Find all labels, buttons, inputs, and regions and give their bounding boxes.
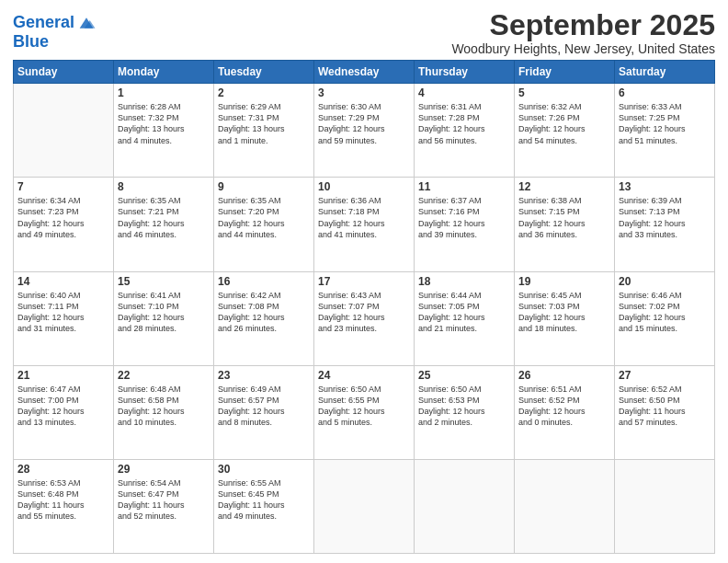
day-info: Sunrise: 6:42 AMSunset: 7:08 PMDaylight:… (218, 290, 310, 335)
day-info: Sunrise: 6:37 AMSunset: 7:16 PMDaylight:… (418, 195, 510, 240)
week-row-4: 21Sunrise: 6:47 AMSunset: 7:00 PMDayligh… (14, 365, 715, 459)
calendar-cell: 18Sunrise: 6:44 AMSunset: 7:05 PMDayligh… (415, 271, 515, 365)
calendar-cell: 13Sunrise: 6:39 AMSunset: 7:13 PMDayligh… (615, 178, 715, 271)
calendar-table: SundayMondayTuesdayWednesdayThursdayFrid… (13, 60, 715, 554)
day-info: Sunrise: 6:55 AMSunset: 6:45 PMDaylight:… (218, 477, 310, 523)
day-number: 12 (518, 180, 610, 193)
day-number: 4 (418, 86, 510, 99)
day-header-saturday: Saturday (615, 61, 715, 84)
day-number: 13 (619, 180, 711, 193)
day-header-tuesday: Tuesday (214, 61, 314, 84)
header: General Blue September 2025 Woodbury Hei… (13, 9, 715, 56)
day-info: Sunrise: 6:43 AMSunset: 7:07 PMDaylight:… (318, 290, 410, 335)
day-info: Sunrise: 6:49 AMSunset: 6:57 PMDaylight:… (218, 384, 310, 429)
header-row: SundayMondayTuesdayWednesdayThursdayFrid… (14, 61, 715, 84)
day-number: 25 (418, 369, 510, 382)
day-number: 1 (118, 86, 210, 99)
day-info: Sunrise: 6:38 AMSunset: 7:15 PMDaylight:… (518, 195, 610, 240)
day-info: Sunrise: 6:28 AMSunset: 7:32 PMDaylight:… (118, 101, 210, 146)
day-header-thursday: Thursday (415, 61, 515, 84)
calendar-cell: 24Sunrise: 6:50 AMSunset: 6:55 PMDayligh… (314, 365, 415, 459)
day-info: Sunrise: 6:35 AMSunset: 7:20 PMDaylight:… (218, 195, 310, 240)
day-number: 27 (619, 369, 711, 382)
day-info: Sunrise: 6:39 AMSunset: 7:13 PMDaylight:… (619, 195, 711, 240)
day-number: 16 (218, 275, 310, 288)
day-info: Sunrise: 6:48 AMSunset: 6:58 PMDaylight:… (118, 384, 210, 429)
day-info: Sunrise: 6:52 AMSunset: 6:50 PMDaylight:… (619, 384, 711, 429)
calendar-cell: 23Sunrise: 6:49 AMSunset: 6:57 PMDayligh… (214, 365, 314, 459)
day-number: 15 (118, 275, 210, 288)
calendar-cell: 12Sunrise: 6:38 AMSunset: 7:15 PMDayligh… (515, 178, 615, 271)
calendar-cell: 20Sunrise: 6:46 AMSunset: 7:02 PMDayligh… (615, 271, 715, 365)
calendar-cell: 3Sunrise: 6:30 AMSunset: 7:29 PMDaylight… (314, 84, 415, 178)
logo: General Blue (13, 13, 97, 52)
calendar-cell: 28Sunrise: 6:53 AMSunset: 6:48 PMDayligh… (14, 459, 114, 553)
day-number: 9 (218, 180, 310, 193)
day-number: 2 (218, 86, 310, 99)
calendar-cell: 29Sunrise: 6:54 AMSunset: 6:47 PMDayligh… (114, 459, 214, 553)
day-info: Sunrise: 6:31 AMSunset: 7:28 PMDaylight:… (418, 101, 510, 146)
day-info: Sunrise: 6:29 AMSunset: 7:31 PMDaylight:… (218, 101, 310, 146)
logo-text: General (13, 14, 74, 32)
day-info: Sunrise: 6:45 AMSunset: 7:03 PMDaylight:… (518, 290, 610, 335)
calendar-cell: 6Sunrise: 6:33 AMSunset: 7:25 PMDaylight… (615, 84, 715, 178)
calendar-cell: 16Sunrise: 6:42 AMSunset: 7:08 PMDayligh… (214, 271, 314, 365)
page: General Blue September 2025 Woodbury Hei… (0, 0, 728, 563)
day-number: 21 (17, 369, 109, 382)
day-number: 5 (518, 86, 610, 99)
day-info: Sunrise: 6:50 AMSunset: 6:53 PMDaylight:… (418, 384, 510, 429)
logo-text-blue: Blue (13, 33, 97, 52)
calendar-cell (314, 459, 415, 553)
calendar-cell: 2Sunrise: 6:29 AMSunset: 7:31 PMDaylight… (214, 84, 314, 178)
day-number: 19 (518, 275, 610, 288)
day-info: Sunrise: 6:44 AMSunset: 7:05 PMDaylight:… (418, 290, 510, 335)
calendar-cell (515, 459, 615, 553)
day-number: 10 (318, 180, 410, 193)
day-number: 20 (619, 275, 711, 288)
calendar-cell (415, 459, 515, 553)
calendar-cell: 21Sunrise: 6:47 AMSunset: 7:00 PMDayligh… (14, 365, 114, 459)
day-info: Sunrise: 6:30 AMSunset: 7:29 PMDaylight:… (318, 101, 410, 146)
calendar-cell: 26Sunrise: 6:51 AMSunset: 6:52 PMDayligh… (515, 365, 615, 459)
day-number: 28 (17, 463, 109, 476)
day-info: Sunrise: 6:41 AMSunset: 7:10 PMDaylight:… (118, 290, 210, 335)
calendar-cell: 1Sunrise: 6:28 AMSunset: 7:32 PMDaylight… (114, 84, 214, 178)
calendar-cell: 25Sunrise: 6:50 AMSunset: 6:53 PMDayligh… (415, 365, 515, 459)
calendar-cell: 5Sunrise: 6:32 AMSunset: 7:26 PMDaylight… (515, 84, 615, 178)
day-info: Sunrise: 6:47 AMSunset: 7:00 PMDaylight:… (17, 384, 109, 429)
day-number: 7 (17, 180, 109, 193)
week-row-5: 28Sunrise: 6:53 AMSunset: 6:48 PMDayligh… (14, 459, 715, 553)
day-header-wednesday: Wednesday (314, 61, 415, 84)
day-info: Sunrise: 6:54 AMSunset: 6:47 PMDaylight:… (118, 477, 210, 523)
day-number: 11 (418, 180, 510, 193)
calendar-cell: 11Sunrise: 6:37 AMSunset: 7:16 PMDayligh… (415, 178, 515, 271)
day-info: Sunrise: 6:35 AMSunset: 7:21 PMDaylight:… (118, 195, 210, 240)
day-number: 6 (619, 86, 711, 99)
title-section: September 2025 Woodbury Heights, New Jer… (451, 9, 715, 56)
day-header-sunday: Sunday (14, 61, 114, 84)
day-number: 24 (318, 369, 410, 382)
day-info: Sunrise: 6:40 AMSunset: 7:11 PMDaylight:… (17, 290, 109, 335)
location-title: Woodbury Heights, New Jersey, United Sta… (451, 41, 715, 56)
day-info: Sunrise: 6:50 AMSunset: 6:55 PMDaylight:… (318, 384, 410, 429)
day-number: 17 (318, 275, 410, 288)
calendar-cell: 7Sunrise: 6:34 AMSunset: 7:23 PMDaylight… (14, 178, 114, 271)
day-number: 14 (17, 275, 109, 288)
day-header-friday: Friday (515, 61, 615, 84)
day-info: Sunrise: 6:34 AMSunset: 7:23 PMDaylight:… (17, 195, 109, 240)
calendar-cell: 9Sunrise: 6:35 AMSunset: 7:20 PMDaylight… (214, 178, 314, 271)
day-number: 30 (218, 463, 310, 476)
calendar-cell: 30Sunrise: 6:55 AMSunset: 6:45 PMDayligh… (214, 459, 314, 553)
calendar-cell: 8Sunrise: 6:35 AMSunset: 7:21 PMDaylight… (114, 178, 214, 271)
day-info: Sunrise: 6:53 AMSunset: 6:48 PMDaylight:… (17, 477, 109, 523)
calendar-cell: 15Sunrise: 6:41 AMSunset: 7:10 PMDayligh… (114, 271, 214, 365)
day-info: Sunrise: 6:33 AMSunset: 7:25 PMDaylight:… (619, 101, 711, 146)
week-row-1: 1Sunrise: 6:28 AMSunset: 7:32 PMDaylight… (14, 84, 715, 178)
day-number: 3 (318, 86, 410, 99)
day-info: Sunrise: 6:51 AMSunset: 6:52 PMDaylight:… (518, 384, 610, 429)
day-number: 22 (118, 369, 210, 382)
calendar-cell (615, 459, 715, 553)
day-number: 23 (218, 369, 310, 382)
calendar-cell (14, 84, 114, 178)
calendar-cell: 19Sunrise: 6:45 AMSunset: 7:03 PMDayligh… (515, 271, 615, 365)
